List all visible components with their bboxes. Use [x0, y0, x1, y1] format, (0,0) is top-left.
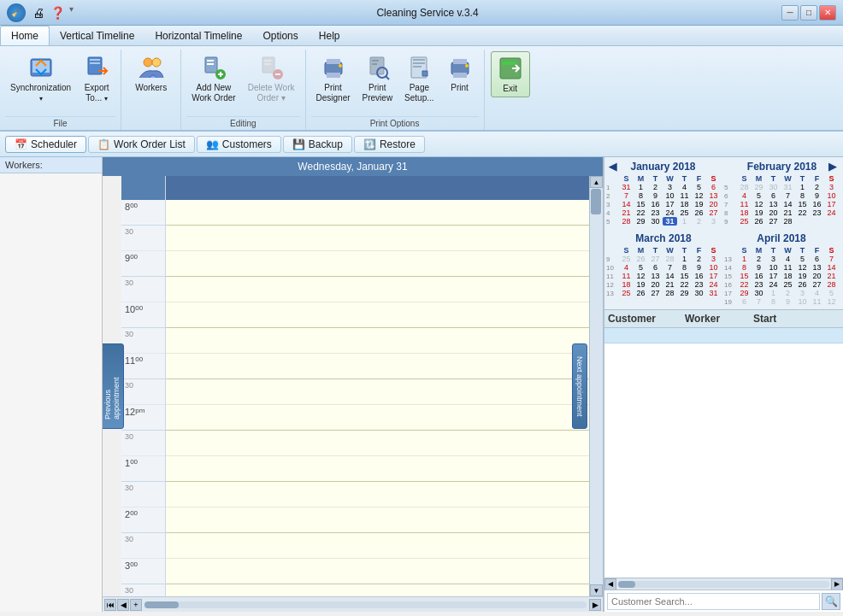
grid-half-10[interactable]	[166, 328, 589, 354]
scroll-thumb[interactable]	[591, 189, 601, 214]
customer-search-input[interactable]	[607, 593, 820, 610]
rp-scroll-left[interactable]: ◀	[604, 578, 616, 590]
jan-day-22[interactable]: 22	[634, 208, 648, 217]
feb-prev28[interactable]: 28	[737, 183, 752, 191]
feb-day-19[interactable]: 19	[752, 208, 766, 217]
feb-day-21[interactable]: 21	[781, 208, 795, 217]
tab-work-order-list[interactable]: 📋 Work Order List	[88, 136, 195, 153]
feb-day-28[interactable]: 28	[781, 217, 795, 226]
feb-day-16[interactable]: 16	[810, 200, 824, 208]
exit-button[interactable]: Exit	[491, 51, 530, 97]
grid-hour-9[interactable]	[166, 251, 589, 277]
feb-day-11[interactable]: 11	[737, 200, 752, 208]
cal-next-arrow[interactable]: ▶	[826, 161, 839, 173]
h-scroll-track[interactable]	[144, 601, 587, 608]
jan-day-24[interactable]: 24	[663, 208, 677, 217]
feb-day-13[interactable]: 13	[766, 200, 781, 208]
print-preview-button[interactable]: PrintPreview	[357, 51, 398, 106]
grid-hour-3[interactable]	[166, 559, 589, 584]
jan-day-2-next[interactable]: 2	[692, 217, 706, 226]
scroll-down-button[interactable]: ▼	[590, 584, 603, 596]
vertical-scrollbar[interactable]: ▲ ▼	[589, 176, 603, 596]
jan-day-25[interactable]: 25	[677, 208, 692, 217]
close-button[interactable]: ✕	[819, 5, 836, 21]
feb-day-8[interactable]: 8	[795, 191, 810, 200]
jan-day-7[interactable]: 7	[619, 191, 634, 200]
jan-day-6[interactable]: 6	[706, 183, 721, 191]
menu-help[interactable]: Help	[309, 26, 351, 45]
jan-day-8[interactable]: 8	[634, 191, 648, 200]
export-button[interactable]: ExportTo... ▾	[78, 51, 115, 106]
jan-day-3[interactable]: 3	[663, 183, 677, 191]
first-btn[interactable]: ⏮	[104, 599, 116, 611]
feb-day-24[interactable]: 24	[824, 208, 839, 217]
scroll-right-btn[interactable]: ▶	[589, 599, 601, 611]
jan-day-18[interactable]: 18	[677, 200, 692, 208]
jan-day-23[interactable]: 23	[648, 208, 663, 217]
grid-hour-11[interactable]	[166, 354, 589, 379]
jan-day-30[interactable]: 30	[648, 217, 663, 226]
cal-prev-arrow[interactable]: ◀	[606, 161, 619, 173]
jan-day-27[interactable]: 27	[706, 208, 721, 217]
feb-prev30[interactable]: 30	[766, 183, 781, 191]
feb-day-20[interactable]: 20	[766, 208, 781, 217]
print-button[interactable]: Print	[441, 51, 479, 96]
feb-day-7[interactable]: 7	[781, 191, 795, 200]
jan-day-15[interactable]: 15	[634, 200, 648, 208]
feb-day-18[interactable]: 18	[737, 208, 752, 217]
scroll-track[interactable]	[590, 188, 603, 584]
grid-half-8[interactable]	[166, 226, 589, 251]
print-designer-button[interactable]: PrintDesigner	[311, 51, 356, 106]
feb-day-4[interactable]: 4	[737, 191, 752, 200]
menu-horizontal-timeline[interactable]: Horizontal Timeline	[144, 26, 252, 45]
tab-scheduler[interactable]: 📅 Scheduler	[5, 136, 86, 153]
sync-button[interactable]: Synchronization▾	[5, 51, 76, 106]
tab-restore[interactable]: 🔃 Restore	[354, 136, 425, 153]
delete-work-order-button[interactable]: Delete WorkOrder ▾	[243, 51, 300, 106]
customer-search-button[interactable]: 🔍	[822, 593, 840, 610]
prev-btn[interactable]: ◀	[117, 599, 129, 611]
tab-backup[interactable]: 💾 Backup	[283, 136, 352, 153]
jan-day-31-prev[interactable]: 31	[619, 183, 634, 191]
jan-day-21[interactable]: 21	[619, 208, 634, 217]
jan-day-11[interactable]: 11	[677, 191, 692, 200]
jan-day-3-next[interactable]: 3	[706, 217, 721, 226]
appointment-row-selected[interactable]	[604, 328, 843, 343]
feb-day-15[interactable]: 15	[795, 200, 810, 208]
jan-day-28[interactable]: 28	[619, 217, 634, 226]
feb-day-22[interactable]: 22	[795, 208, 810, 217]
h-scroll-thumb[interactable]	[144, 601, 179, 608]
next-appointment-button[interactable]: Next appointment	[572, 343, 587, 429]
jan-day-1[interactable]: 1	[634, 183, 648, 191]
tab-customers[interactable]: 👥 Customers	[197, 136, 281, 153]
rp-scroll-track[interactable]	[618, 581, 829, 588]
grid-hour-1[interactable]	[166, 456, 589, 482]
prev-appointment-button[interactable]: Previous appointment	[103, 343, 124, 429]
jan-day-16[interactable]: 16	[648, 200, 663, 208]
grid-half-1[interactable]	[166, 482, 589, 507]
menu-options[interactable]: Options	[252, 26, 308, 45]
jan-day-19[interactable]: 19	[692, 200, 706, 208]
menu-vertical-timeline[interactable]: Vertical Timeline	[50, 26, 144, 45]
next-date-btn[interactable]: +	[130, 599, 142, 611]
add-work-order-button[interactable]: Add NewWork Order	[186, 51, 241, 106]
minimize-button[interactable]: ─	[781, 5, 799, 21]
feb-day-23[interactable]: 23	[810, 208, 824, 217]
scroll-up-button[interactable]: ▲	[590, 176, 603, 188]
maximize-button[interactable]: □	[800, 5, 817, 21]
jan-day-5[interactable]: 5	[692, 183, 706, 191]
grid-half-2[interactable]	[166, 533, 589, 559]
jan-day-9[interactable]: 9	[648, 191, 663, 200]
grid-half-3[interactable]	[166, 584, 589, 596]
jan-day-17[interactable]: 17	[663, 200, 677, 208]
rp-scroll-thumb[interactable]	[618, 581, 635, 588]
feb-day-12[interactable]: 12	[752, 200, 766, 208]
print-quick-btn[interactable]: 🖨	[31, 4, 46, 21]
feb-day-17[interactable]: 17	[824, 200, 839, 208]
feb-prev31[interactable]: 31	[781, 183, 795, 191]
grid-hour-8[interactable]	[166, 200, 589, 226]
jan-day-2[interactable]: 2	[648, 183, 663, 191]
jan-day-26[interactable]: 26	[692, 208, 706, 217]
page-setup-button[interactable]: PageSetup...	[399, 51, 439, 106]
jan-day-13[interactable]: 13	[706, 191, 721, 200]
